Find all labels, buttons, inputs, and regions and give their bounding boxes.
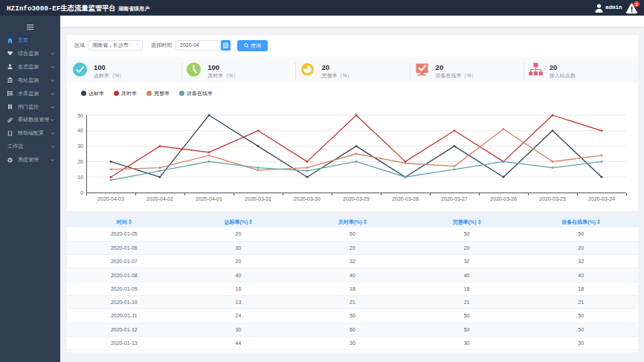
svg-text:2: 2 xyxy=(635,2,637,7)
svg-text:20: 20 xyxy=(77,159,83,164)
svg-text:50: 50 xyxy=(77,113,83,118)
svg-text:30: 30 xyxy=(77,143,83,149)
svg-text:10: 10 xyxy=(77,175,83,180)
svg-text:2020-03-26: 2020-03-26 xyxy=(490,196,517,201)
svg-text:40: 40 xyxy=(77,128,83,133)
svg-text:2020-03-27: 2020-03-27 xyxy=(441,196,468,201)
svg-text:2020-03-31: 2020-03-31 xyxy=(245,196,271,201)
svg-text:2020-03-29: 2020-03-29 xyxy=(343,196,370,201)
svg-text:2020-04-01: 2020-04-01 xyxy=(196,196,222,201)
svg-text:2020-03-25: 2020-03-25 xyxy=(539,196,566,201)
svg-text:2020-04-03: 2020-04-03 xyxy=(97,196,124,201)
svg-text:2020-04-02: 2020-04-02 xyxy=(146,196,173,201)
svg-text:2020-03-24: 2020-03-24 xyxy=(588,196,615,201)
svg-text:2020-03-28: 2020-03-28 xyxy=(392,196,419,201)
svg-text:2020-03-30: 2020-03-30 xyxy=(294,196,321,201)
svg-text:0: 0 xyxy=(80,190,83,195)
